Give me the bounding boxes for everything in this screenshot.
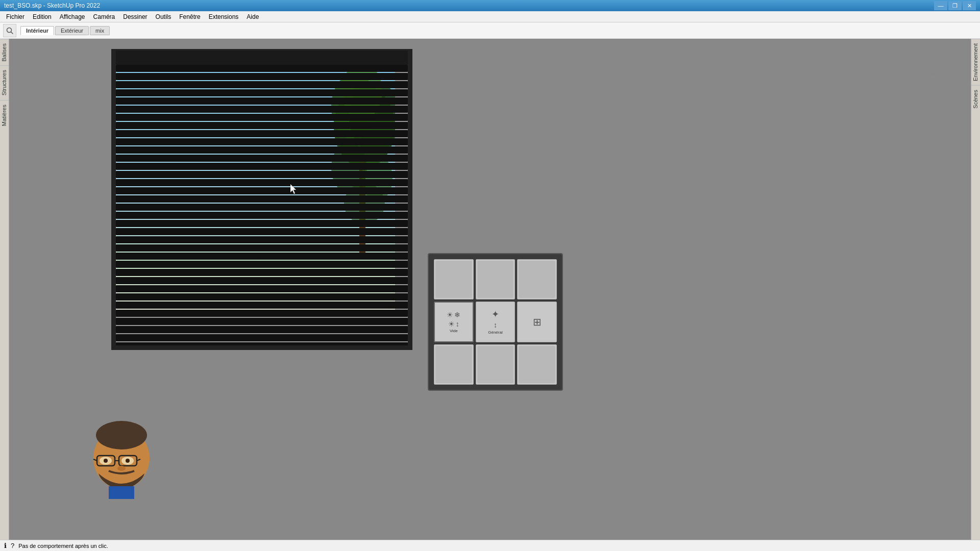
style-cell-8[interactable] — [476, 344, 516, 385]
svg-point-20 — [126, 459, 130, 463]
style-cell-5[interactable]: ✦ ↕ Général — [476, 302, 516, 342]
blind-slat-5 — [116, 106, 408, 113]
temp-icon: ☀ — [448, 320, 455, 328]
style-cell-4[interactable]: ☀ ❄ ☀ ↕ Vide — [434, 302, 474, 342]
menu-fenetre[interactable]: Fenêtre — [175, 12, 204, 21]
style-thumbnail-1 — [435, 261, 472, 298]
style-icons-row2: ☀ ↕ — [448, 320, 459, 328]
window-controls: — ❐ ✕ — [934, 1, 976, 10]
blind-slat-16 — [116, 195, 408, 203]
style-grid: ☀ ❄ ☀ ↕ Vide ✦ ↕ Général — [434, 259, 557, 385]
panel-balises[interactable]: Balises — [0, 39, 9, 65]
menu-aide[interactable]: Aide — [242, 12, 263, 21]
style-thumbnail-2 — [477, 261, 514, 298]
blind-slat-24 — [116, 261, 408, 268]
blind-slat-33 — [116, 334, 408, 341]
blind-slat-14 — [116, 179, 408, 186]
style-thumbnail-7 — [435, 346, 472, 383]
style-cell-4-content: ☀ ❄ ☀ ↕ Vide — [447, 311, 460, 334]
style-cell-9[interactable] — [517, 344, 557, 385]
view-tabs: Intérieur Extérieur mix — [20, 26, 110, 35]
style-cell-1[interactable] — [434, 259, 474, 299]
blind-slat-25 — [116, 269, 408, 276]
status-info-icon[interactable]: ℹ — [4, 542, 7, 549]
panel-scenes[interactable]: Scènes — [971, 85, 980, 113]
blind-slat-8 — [116, 130, 408, 137]
style-panel: ☀ ❄ ☀ ↕ Vide ✦ ↕ Général — [428, 253, 563, 391]
restore-button[interactable]: ❐ — [948, 1, 962, 10]
menu-camera[interactable]: Caméra — [89, 12, 119, 21]
tab-interieur[interactable]: Intérieur — [20, 26, 54, 35]
menu-bar: Fichier Edition Affichage Caméra Dessine… — [0, 11, 980, 22]
menu-edition[interactable]: Edition — [29, 12, 56, 21]
frame-left — [113, 51, 116, 348]
blind-slat-10 — [116, 146, 408, 154]
blind-slat-9 — [116, 138, 408, 145]
blind-slat-31 — [116, 318, 408, 325]
frame-right — [408, 51, 411, 348]
blind-slat-21 — [116, 236, 408, 243]
blind-slat-12 — [116, 163, 408, 170]
blind-slat-7 — [116, 122, 408, 129]
toolbar: Intérieur Extérieur mix — [0, 22, 980, 39]
style-cell-6-content: ⊞ — [533, 303, 542, 340]
close-button[interactable]: ✕ — [963, 1, 976, 10]
menu-affichage[interactable]: Affichage — [56, 12, 89, 21]
search-button[interactable] — [3, 24, 16, 37]
panel-environnement[interactable]: Environnement — [971, 39, 980, 85]
menu-dessiner[interactable]: Dessiner — [119, 12, 151, 21]
blind-slat-13 — [116, 171, 408, 178]
svg-rect-22 — [109, 486, 134, 499]
menu-fichier[interactable]: Fichier — [2, 12, 29, 21]
style-cell-7[interactable] — [434, 344, 474, 385]
title-bar: test_BSO.skp - SketchUp Pro 2022 — ❐ ✕ — [0, 0, 980, 11]
left-panels: Balises Structures Matières — [0, 39, 9, 540]
scene-window — [111, 49, 412, 350]
sun-icon: ☀ — [447, 311, 453, 319]
blind-slat-0 — [116, 65, 408, 72]
panel-matieres[interactable]: Matières — [0, 100, 9, 130]
tab-mix[interactable]: mix — [90, 26, 110, 35]
svg-line-1 — [11, 32, 13, 34]
style-cell-5-content: ✦ ↕ Général — [488, 309, 502, 335]
blind-slat-30 — [116, 310, 408, 317]
frame-top — [113, 51, 411, 65]
blind-slat-6 — [116, 114, 408, 121]
blind-slat-3 — [116, 89, 408, 96]
apply-saved-label: Apply Saved on Start — [893, 69, 950, 77]
svg-point-21 — [117, 466, 126, 471]
blind-slat-27 — [116, 285, 408, 292]
blinds-overlay — [113, 51, 411, 348]
window-title: test_BSO.skp - SketchUp Pro 2022 — [4, 2, 100, 9]
snowflake-icon: ❄ — [454, 311, 460, 319]
main-area: Balises Structures Matières — [0, 39, 980, 540]
style-cell-6[interactable]: ⊞ — [517, 302, 557, 342]
style-cell-2[interactable] — [476, 259, 516, 299]
menu-extensions[interactable]: Extensions — [205, 12, 243, 21]
status-help-icon[interactable]: ? — [11, 542, 14, 549]
viewport[interactable]: ☀ ❄ ☀ ↕ Vide ✦ ↕ Général — [9, 39, 971, 540]
svg-point-11 — [96, 421, 147, 449]
minimize-button[interactable]: — — [934, 1, 947, 10]
blind-slat-1 — [116, 73, 408, 80]
blind-slat-32 — [116, 326, 408, 333]
arrows2-icon: ↕ — [494, 321, 497, 329]
blind-slat-23 — [116, 253, 408, 260]
blind-slat-28 — [116, 293, 408, 300]
style-cell-3[interactable] — [517, 259, 557, 299]
blind-slat-20 — [116, 228, 408, 235]
avatar-head — [86, 417, 157, 499]
tab-exterieur[interactable]: Extérieur — [55, 26, 89, 35]
blind-slat-22 — [116, 244, 408, 252]
blind-slat-26 — [116, 277, 408, 284]
frame-bottom — [113, 345, 411, 348]
panel-structures[interactable]: Structures — [0, 65, 9, 99]
blind-slat-17 — [116, 204, 408, 211]
style-thumbnail-9 — [519, 346, 555, 383]
star-icon: ✦ — [492, 309, 499, 320]
menu-outils[interactable]: Outils — [152, 12, 176, 21]
blind-slat-19 — [116, 220, 408, 227]
right-panels: Environnement Scènes — [971, 39, 980, 540]
blind-slat-2 — [116, 81, 408, 88]
style-thumbnail-8 — [477, 346, 514, 383]
